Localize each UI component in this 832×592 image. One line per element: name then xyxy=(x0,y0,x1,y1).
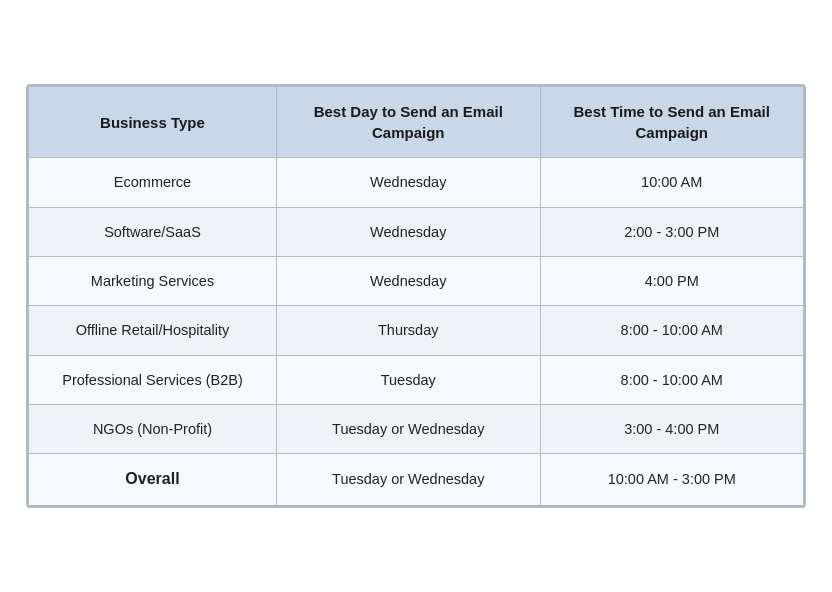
cell-business-type: Professional Services (B2B) xyxy=(29,355,277,404)
cell-best-day: Tuesday or Wednesday xyxy=(277,404,541,453)
cell-best-time: 10:00 AM - 3:00 PM xyxy=(540,454,804,505)
email-campaign-table: Business Type Best Day to Send an Email … xyxy=(26,84,806,507)
table-row: Software/SaaSWednesday2:00 - 3:00 PM xyxy=(29,207,804,256)
cell-best-day: Tuesday or Wednesday xyxy=(277,454,541,505)
cell-business-type: Overall xyxy=(29,454,277,505)
header-best-day: Best Day to Send an Email Campaign xyxy=(277,87,541,158)
table-row: Professional Services (B2B)Tuesday8:00 -… xyxy=(29,355,804,404)
cell-best-time: 4:00 PM xyxy=(540,257,804,306)
table-header-row: Business Type Best Day to Send an Email … xyxy=(29,87,804,158)
cell-business-type: Software/SaaS xyxy=(29,207,277,256)
cell-best-day: Thursday xyxy=(277,306,541,355)
header-business-type: Business Type xyxy=(29,87,277,158)
cell-best-time: 10:00 AM xyxy=(540,158,804,207)
cell-business-type: Ecommerce xyxy=(29,158,277,207)
cell-best-time: 8:00 - 10:00 AM xyxy=(540,306,804,355)
table-row: OverallTuesday or Wednesday10:00 AM - 3:… xyxy=(29,454,804,505)
table-row: EcommerceWednesday10:00 AM xyxy=(29,158,804,207)
table-row: Marketing ServicesWednesday4:00 PM xyxy=(29,257,804,306)
cell-business-type: NGOs (Non-Profit) xyxy=(29,404,277,453)
cell-best-day: Wednesday xyxy=(277,257,541,306)
cell-best-time: 2:00 - 3:00 PM xyxy=(540,207,804,256)
header-best-time: Best Time to Send an Email Campaign xyxy=(540,87,804,158)
cell-best-time: 3:00 - 4:00 PM xyxy=(540,404,804,453)
table-row: Offline Retail/HospitalityThursday8:00 -… xyxy=(29,306,804,355)
table-row: NGOs (Non-Profit)Tuesday or Wednesday3:0… xyxy=(29,404,804,453)
cell-best-day: Tuesday xyxy=(277,355,541,404)
cell-business-type: Offline Retail/Hospitality xyxy=(29,306,277,355)
cell-best-day: Wednesday xyxy=(277,207,541,256)
cell-best-day: Wednesday xyxy=(277,158,541,207)
cell-best-time: 8:00 - 10:00 AM xyxy=(540,355,804,404)
cell-business-type: Marketing Services xyxy=(29,257,277,306)
